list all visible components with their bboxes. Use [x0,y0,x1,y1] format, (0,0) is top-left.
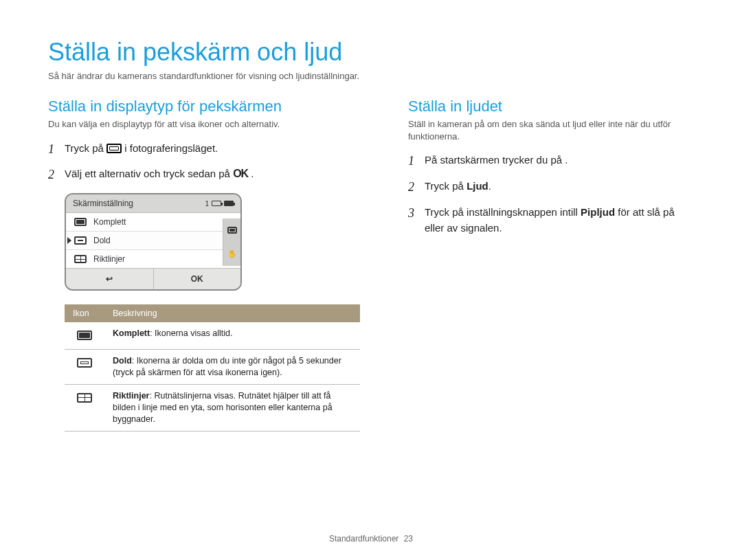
table-row: Dold: Ikonerna är dolda om du inte gör n… [65,350,360,385]
grid-icon [77,393,92,403]
right-subtext: Ställ in kameran på om den ska sända ut … [408,118,694,142]
th-icon: Ikon [65,304,104,322]
desc-cell: Riktlinjer: Rutnätslinjerna visas. Rutnä… [104,384,360,431]
page-number: 23 [404,534,413,544]
full-display-icon [77,331,92,340]
full-display-icon [74,218,87,226]
step-number: 3 [408,204,418,223]
step-number: 1 [48,140,58,159]
side-icon [227,227,237,234]
left-subtext: Du kan välja en displaytyp för att visa … [48,118,360,131]
step-3: 3 Tryck på inställningsknappen intill Pi… [408,204,694,236]
basic-display-icon [74,236,87,245]
battery-icon [224,201,234,206]
step-text: Välj ett alternativ och tryck sedan på O… [65,166,254,183]
left-column: Ställa in displaytyp för pekskärmen Du k… [48,98,360,432]
back-button[interactable]: ↩ [66,269,154,289]
menu-item-label: Dold [93,236,111,245]
menu-item-riktlinjer[interactable]: Riktlinjer [66,250,240,268]
step-text: Tryck på inställningsknappen intill Pipl… [425,204,694,236]
menu-item-label: Komplett [93,217,126,227]
grid-icon [74,255,87,263]
menu-item-dold[interactable]: Dold [66,232,240,250]
menu-side-icons: ✋ [223,219,240,266]
step-2: 2 Tryck på Ljud. [408,178,694,197]
ok-icon: OK [233,168,248,179]
table-row: Riktlinjer: Rutnätslinjerna visas. Rutnä… [65,384,360,431]
memory-icon [212,201,221,206]
step-text: Tryck på i fotograferingsläget. [65,140,218,156]
menu-title: Skärminställning [73,199,133,208]
page-footer: Standardfunktioner 23 [0,534,742,544]
step-number: 1 [408,152,418,171]
ok-button[interactable]: OK [154,269,241,289]
page-title: Ställa in pekskärm och ljud [48,38,694,67]
menu-header: Skärminställning 1 [66,194,240,213]
right-column: Ställa in ljudet Ställ in kameran på om … [408,98,694,432]
step-text: Tryck på Ljud. [425,178,491,194]
desc-cell: Komplett: Ikonerna visas alltid. [104,322,360,349]
step-number: 2 [48,166,58,185]
step-text: På startskärmen trycker du på . [425,152,567,168]
menu-mock: Skärminställning 1 Komplett Dold [65,193,242,291]
menu-item-label: Riktlinjer [93,254,125,264]
step-1: 1 På startskärmen trycker du på . [408,152,694,171]
basic-display-icon [77,358,92,368]
desc-cell: Dold: Ikonerna är dolda om du inte gör n… [104,350,360,385]
right-heading: Ställa in ljudet [408,98,694,115]
hand-icon: ✋ [227,249,237,258]
th-desc: Beskrivning [104,304,360,322]
menu-item-komplett[interactable]: Komplett [66,213,240,232]
left-heading: Ställa in displaytyp för pekskärmen [48,98,360,115]
table-row: Komplett: Ikonerna visas alltid. [65,322,360,349]
page-intro: Så här ändrar du kamerans standardfunkti… [48,71,694,81]
left-steps: 1 Tryck på i fotograferingsläget. 2 Välj… [48,140,360,186]
menu-status-icons: 1 [205,200,234,208]
right-steps: 1 På startskärmen trycker du på . 2 Tryc… [408,152,694,236]
step-1: 1 Tryck på i fotograferingsläget. [48,140,360,159]
step-number: 2 [408,178,418,197]
display-icon [106,144,122,153]
step-2: 2 Välj ett alternativ och tryck sedan på… [48,166,360,185]
footer-section: Standardfunktioner [329,534,398,544]
icon-table: Ikon Beskrivning Komplett: Ikonerna visa… [65,304,360,431]
